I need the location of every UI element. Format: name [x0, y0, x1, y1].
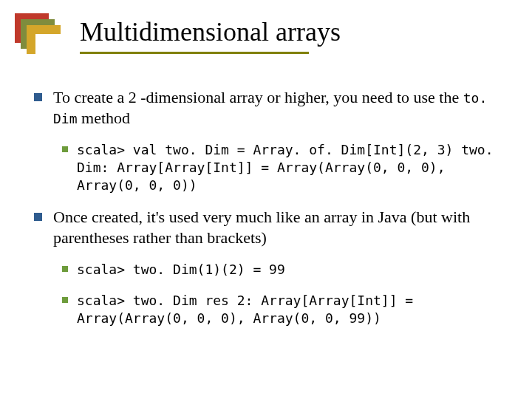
- bullet-2a: scala> two. Dim(1)(2) = 99: [30, 261, 510, 279]
- bullet-1: To create a 2 -dimensional array or high…: [30, 87, 510, 128]
- bullet-1-text-pre: To create a 2 -dimensional array or high…: [53, 88, 463, 106]
- bullet-2b-pre: scala>: [77, 293, 133, 308]
- svg-rect-5: [27, 25, 35, 54]
- bullet-2b: scala> two. Dim res 2: Array[Array[Int]]…: [30, 292, 510, 327]
- bullet-1-text-post: method: [78, 109, 131, 127]
- bullet-1a: scala> val two. Dim = Array. of. Dim[Int…: [30, 141, 510, 194]
- slide: Multidimensional arrays To create a 2 -d…: [0, 0, 532, 399]
- bullet-2a-pre: scala>: [77, 262, 133, 277]
- bullet-2b-code: two. Dim: [133, 293, 197, 308]
- square-bullet-icon: [62, 266, 68, 272]
- bullet-2-text: Once created, it's used very much like a…: [53, 208, 470, 247]
- logo-icon: [15, 13, 66, 54]
- square-bullet-icon: [62, 146, 68, 152]
- square-bullet-icon: [34, 213, 42, 221]
- bullet-1a-code: scala> val two. Dim = Array. of. Dim[Int…: [77, 142, 494, 193]
- square-bullet-icon: [62, 297, 68, 303]
- slide-title: Multidimensional arrays: [80, 16, 341, 47]
- title-underline: [80, 52, 309, 54]
- bullet-2: Once created, it's used very much like a…: [30, 207, 510, 248]
- slide-body: To create a 2 -dimensional array or high…: [30, 87, 510, 341]
- square-bullet-icon: [34, 93, 42, 101]
- bullet-2a-code: two. Dim(1)(2) = 99: [133, 262, 285, 277]
